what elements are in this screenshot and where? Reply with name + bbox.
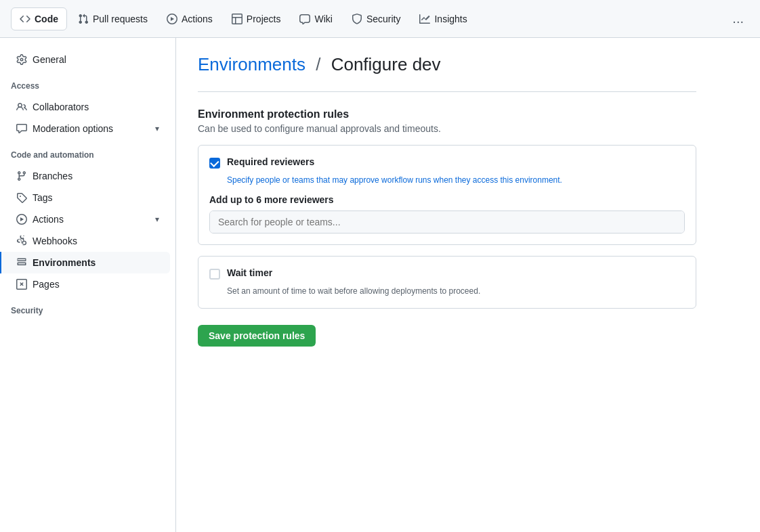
sidebar-item-general[interactable]: General	[5, 49, 170, 70]
sidebar-section-access: Access	[0, 70, 175, 96]
nav-projects-label: Projects	[247, 14, 281, 24]
environments-icon	[16, 257, 27, 268]
required-reviewers-header: Required reviewers	[209, 156, 685, 169]
nav-insights-label: Insights	[434, 14, 467, 24]
nav-more-button[interactable]: ...	[727, 5, 749, 32]
nav-code-label: Code	[35, 14, 58, 24]
required-reviewers-checkbox-container	[209, 158, 220, 169]
required-reviewers-desc: Specify people or teams that may approve…	[227, 174, 685, 186]
add-reviewers-label: Add up to 6 more reviewers	[209, 194, 685, 205]
breadcrumb-parent-link[interactable]: Environments	[198, 54, 305, 74]
comment-icon	[16, 123, 27, 134]
sidebar-environments-label: Environments	[33, 257, 96, 268]
sidebar-item-moderation-options[interactable]: Moderation options ▾	[5, 118, 170, 139]
nav-pull-requests-label: Pull requests	[93, 14, 148, 24]
sidebar-section-code-automation: Code and automation	[0, 139, 175, 165]
sidebar: General Access Collaborators Moderation …	[0, 38, 176, 532]
actions-sidebar-icon	[16, 214, 27, 225]
security-icon	[352, 14, 362, 24]
webhook-icon	[16, 236, 27, 246]
gear-icon	[16, 54, 27, 65]
sidebar-item-webhooks[interactable]: Webhooks	[5, 230, 170, 252]
sidebar-webhooks-label: Webhooks	[33, 236, 77, 246]
search-input-wrapper	[209, 210, 685, 234]
protection-description: Can be used to configure manual approval…	[198, 123, 696, 134]
nav-security-label: Security	[366, 14, 401, 24]
actions-left: Actions	[16, 214, 64, 225]
sidebar-actions-label: Actions	[33, 214, 64, 225]
nav-security[interactable]: Security	[343, 8, 409, 30]
wiki-icon	[299, 14, 310, 24]
search-people-input[interactable]	[210, 211, 684, 233]
sidebar-item-collaborators[interactable]: Collaborators	[5, 96, 170, 118]
wait-timer-card: Wait timer Set an amount of time to wait…	[198, 256, 696, 309]
sidebar-item-actions[interactable]: Actions ▾	[5, 208, 170, 230]
sidebar-item-tags[interactable]: Tags	[5, 187, 170, 208]
sidebar-tags-label: Tags	[33, 192, 53, 203]
actions-chevron-icon: ▾	[155, 215, 159, 224]
breadcrumb-current: Configure dev	[331, 54, 441, 74]
sidebar-item-branches[interactable]: Branches	[5, 165, 170, 187]
sidebar-pages-label: Pages	[33, 279, 60, 290]
nav-wiki[interactable]: Wiki	[291, 8, 340, 30]
section-divider	[198, 91, 696, 92]
insights-icon	[419, 14, 430, 24]
main-content: Environments / Configure dev Environment…	[176, 38, 718, 532]
moderation-left: Moderation options	[16, 123, 113, 134]
sidebar-collaborators-label: Collaborators	[33, 102, 89, 112]
sidebar-item-environments[interactable]: Environments	[0, 252, 170, 273]
sidebar-section-security: Security	[0, 295, 175, 321]
wait-timer-title: Wait timer	[227, 267, 272, 278]
code-icon	[20, 14, 30, 24]
sidebar-branches-label: Branches	[33, 171, 72, 181]
pages-icon	[16, 279, 27, 290]
nav-actions-label: Actions	[182, 14, 213, 24]
wait-timer-desc: Set an amount of time to wait before all…	[227, 285, 685, 297]
wait-timer-checkbox[interactable]	[209, 269, 220, 280]
required-reviewers-title: Required reviewers	[227, 156, 314, 167]
page-layout: General Access Collaborators Moderation …	[0, 38, 760, 532]
wait-timer-header: Wait timer	[209, 267, 685, 280]
branch-icon	[16, 171, 27, 181]
nav-wiki-label: Wiki	[314, 14, 332, 24]
sidebar-general-label: General	[33, 54, 66, 65]
breadcrumb-separator: /	[316, 54, 320, 74]
breadcrumb: Environments / Configure dev	[198, 54, 696, 75]
pull-request-icon	[78, 14, 89, 24]
nav-pull-requests[interactable]: Pull requests	[70, 8, 156, 30]
sidebar-item-pages[interactable]: Pages	[5, 273, 170, 295]
required-reviewers-card: Required reviewers Specify people or tea…	[198, 145, 696, 245]
protection-title: Environment protection rules	[198, 108, 696, 120]
save-protection-rules-button[interactable]: Save protection rules	[198, 325, 316, 347]
sidebar-moderation-label: Moderation options	[33, 123, 113, 134]
people-icon	[16, 102, 27, 112]
moderation-chevron-icon: ▾	[155, 124, 159, 133]
required-reviewers-checkbox[interactable]	[209, 158, 220, 169]
projects-icon	[232, 14, 242, 24]
wait-timer-checkbox-container	[209, 269, 220, 280]
nav-code[interactable]: Code	[11, 7, 67, 30]
nav-actions[interactable]: Actions	[159, 8, 221, 30]
nav-projects[interactable]: Projects	[224, 8, 289, 30]
tag-icon	[16, 192, 27, 203]
actions-icon	[167, 14, 177, 24]
nav-insights[interactable]: Insights	[411, 8, 475, 30]
top-navigation: Code Pull requests Actions Projects Wiki…	[0, 0, 760, 38]
protection-header: Environment protection rules Can be used…	[198, 108, 696, 134]
